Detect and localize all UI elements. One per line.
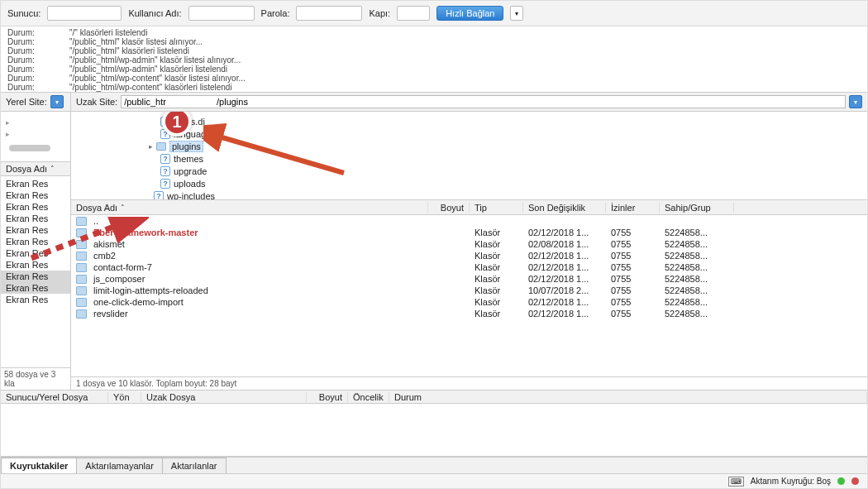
folder-icon [76, 298, 87, 307]
sort-asc-icon: ˄ [121, 204, 125, 212]
header-owner[interactable]: Sahip/Grup [660, 203, 734, 213]
table-row[interactable]: one-click-demo-importKlasör02/12/2018 1.… [71, 296, 867, 308]
table-row[interactable]: limit-login-attempts-reloadedKlasör10/07… [71, 285, 867, 296]
scrollbar-thumb[interactable] [9, 145, 50, 151]
site-path-bar: Yerel Site: ▾ Uzak Site: ▾ [1, 93, 867, 112]
list-item[interactable]: Ekran Res [1, 271, 70, 282]
label-remote-site: Uzak Site: [76, 97, 117, 107]
folder-icon [76, 286, 87, 295]
local-file-list[interactable]: Ekran ResEkran ResEkran ResEkran ResEkra… [1, 176, 70, 367]
header-name[interactable]: Dosya Adı˄ [71, 203, 428, 213]
remote-path-dropdown[interactable]: ▾ [849, 95, 862, 108]
unknown-icon: ? [160, 166, 170, 176]
keyboard-icon: ⌨ [728, 477, 744, 487]
list-item[interactable]: Ekran Res [1, 178, 70, 189]
password-input[interactable] [296, 6, 362, 21]
status-bar: ⌨ Aktarım Kuyruğu: Boş [1, 473, 867, 488]
table-row[interactable]: cmb2Klasör02/12/2018 1...07555224858... [71, 250, 867, 261]
remote-path-input[interactable] [121, 95, 846, 108]
folder-icon [76, 217, 87, 226]
list-item[interactable]: Ekran Res [1, 282, 70, 294]
tab-failed[interactable]: Aktarılamayanlar [76, 458, 163, 473]
label-server: Sunucu: [7, 8, 41, 18]
table-row[interactable]: revsliderKlasör02/12/2018 1...0755522485… [71, 308, 867, 319]
quick-connect-button[interactable]: Hızlı Bağlan [436, 6, 503, 21]
local-pane: ▸ ▸ Dosya Adı ˄ Ekran ResEkran ResEkran … [1, 112, 71, 390]
col-direction[interactable]: Yön [108, 392, 141, 402]
table-row[interactable]: .. [71, 215, 867, 227]
remote-list-header: Dosya Adı˄ Boyut Tip Son Değişiklik İzin… [71, 200, 867, 215]
list-item[interactable]: Ekran Res [1, 259, 70, 271]
remote-list-body[interactable]: ..Eber-Framework-masterKlasör02/12/2018 … [71, 215, 867, 376]
tree-item[interactable]: ?uploads [154, 177, 867, 189]
table-row[interactable]: contact-form-7Klasör02/12/2018 1...07555… [71, 261, 867, 273]
filezilla-window: Sunucu: Kullanıcı Adı: Parola: Kapı: Hız… [0, 0, 868, 489]
server-input[interactable] [47, 6, 122, 21]
list-item[interactable]: Ekran Res [1, 224, 70, 236]
col-remote-file[interactable]: Uzak Dosya [141, 392, 307, 402]
remote-file-list: Dosya Adı˄ Boyut Tip Son Değişiklik İzin… [71, 199, 867, 390]
tree-expander-icon[interactable]: ▸ [6, 117, 65, 128]
header-perm[interactable]: İzinler [606, 203, 660, 213]
label-port: Kapı: [369, 8, 390, 18]
quick-connect-bar: Sunucu: Kullanıcı Adı: Parola: Kapı: Hız… [1, 1, 867, 26]
table-row[interactable]: Eber-Framework-masterKlasör02/12/2018 1.… [71, 227, 867, 238]
unknown-icon: ? [160, 179, 170, 189]
list-item[interactable]: Ekran Res [1, 189, 70, 201]
transfer-queue-body[interactable] [1, 404, 867, 457]
local-list-header[interactable]: Dosya Adı ˄ [1, 161, 70, 176]
header-size[interactable]: Boyut [428, 203, 470, 213]
col-size[interactable]: Boyut [307, 392, 348, 402]
tree-item[interactable]: ▸plugins [154, 140, 867, 152]
quick-connect-dropdown[interactable]: ▾ [510, 6, 523, 21]
tree-item[interactable]: ?languag [154, 127, 867, 140]
header-date[interactable]: Son Değişiklik [523, 203, 606, 213]
local-status-text: 58 dosya ve 3 kla [1, 367, 70, 390]
message-log: Durum:"/" klasörleri listelendiDurum:"/p… [1, 26, 867, 93]
main-panes: ▸ ▸ Dosya Adı ˄ Ekran ResEkran ResEkran … [1, 112, 867, 391]
table-row[interactable]: js_composerKlasör02/12/2018 1...07555224… [71, 273, 867, 285]
table-row[interactable]: akismetKlasör02/08/2018 1...07555224858.… [71, 238, 867, 250]
folder-icon [76, 252, 87, 261]
folder-icon [76, 228, 87, 237]
queue-tabs: Kuyruktakiler Aktarılamayanlar Aktarılan… [1, 457, 867, 473]
folder-icon [76, 309, 87, 319]
tree-item[interactable]: ?upgrade [154, 165, 867, 177]
username-input[interactable] [188, 6, 255, 21]
remote-status-text: 1 dosya ve 10 klasör. Toplam boyut: 28 b… [71, 376, 867, 390]
folder-icon [76, 275, 87, 284]
tree-expander-icon[interactable]: ▸ [149, 141, 153, 152]
header-type[interactable]: Tip [470, 203, 523, 213]
tab-queued[interactable]: Kuyruktakiler [1, 458, 77, 473]
tree-item[interactable]: ?themes [154, 152, 867, 165]
col-local-file[interactable]: Sunucu/Yerel Dosya [1, 392, 108, 402]
label-user: Kullanıcı Adı: [128, 8, 181, 18]
label-pass: Parola: [261, 8, 290, 18]
port-input[interactable] [397, 6, 430, 21]
list-item[interactable]: Ekran Res [1, 213, 70, 224]
tab-successful[interactable]: Aktarılanlar [162, 458, 227, 473]
label-local-site: Yerel Site: [6, 97, 47, 107]
unknown-icon: ? [154, 191, 164, 200]
folder-icon [76, 240, 87, 249]
list-item[interactable]: Ekran Res [1, 236, 70, 247]
tree-item[interactable]: ?wp-includes [154, 189, 867, 199]
local-path-dropdown[interactable]: ▾ [50, 95, 64, 108]
folder-icon [156, 142, 166, 151]
header-name[interactable]: Dosya Adı [6, 164, 47, 174]
remote-tree[interactable]: 1 ?blogs.di?languag▸plugins?themes?upgra… [71, 112, 867, 199]
unknown-icon: ? [160, 154, 170, 164]
list-item[interactable]: Ekran Res [1, 247, 70, 259]
status-led-red-icon [851, 477, 859, 485]
transfer-header: Sunucu/Yerel Dosya Yön Uzak Dosya Boyut … [1, 391, 867, 404]
col-status[interactable]: Durum [389, 392, 867, 402]
local-tree[interactable]: ▸ ▸ [1, 112, 70, 161]
list-item[interactable]: Ekran Res [1, 294, 70, 305]
tree-expander-icon[interactable]: ▸ [6, 128, 65, 140]
col-priority[interactable]: Öncelik [348, 392, 389, 402]
sort-asc-icon: ˄ [50, 165, 55, 173]
tree-item[interactable]: ?blogs.di [154, 115, 867, 127]
queue-status-text: Aktarım Kuyruğu: Boş [751, 477, 831, 486]
list-item[interactable]: Ekran Res [1, 201, 70, 213]
remote-pane: 1 ?blogs.di?languag▸plugins?themes?upgra… [71, 112, 867, 390]
